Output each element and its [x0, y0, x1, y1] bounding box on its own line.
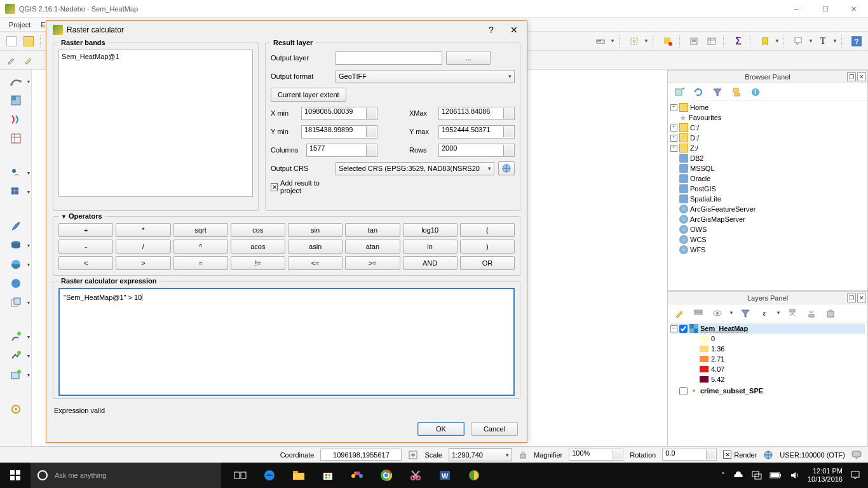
operator-button-[interactable]: / — [116, 240, 170, 254]
operator-button-[interactable]: != — [231, 256, 285, 270]
current-extent-button[interactable]: Current layer extent — [271, 88, 346, 102]
operator-button-[interactable]: > — [116, 256, 170, 270]
output-format-combo[interactable]: GeoTIFF — [336, 70, 515, 83]
operator-button-acos[interactable]: acos — [231, 240, 285, 254]
operator-button-[interactable]: ^ — [173, 240, 228, 254]
operator-button-sin[interactable]: sin — [288, 223, 342, 237]
operator-button-sqrt[interactable]: sqrt — [173, 223, 228, 237]
dialog-help-button[interactable]: ? — [485, 24, 498, 36]
crs-combo[interactable]: Selected CRS (EPSG:3529, NAD83(NSRS20 — [336, 162, 494, 175]
operator-button-[interactable]: - — [58, 240, 113, 254]
operator-button-[interactable]: >= — [345, 256, 400, 270]
dialog-close-button[interactable]: ✕ — [508, 24, 520, 36]
ymin-label: Y min — [271, 128, 297, 135]
columns-spinner[interactable]: 1577 — [306, 144, 377, 157]
xmax-label: XMax — [409, 109, 435, 117]
xmin-label: X min — [271, 109, 297, 117]
operator-button-[interactable]: < — [58, 256, 113, 270]
operator-button-OR[interactable]: OR — [460, 256, 515, 270]
operators-group: ▼ Operators +*sqrtcossintanlog10(-/^acos… — [53, 216, 520, 276]
xmax-spinner[interactable]: 1206113.84086 — [438, 107, 515, 120]
operator-button-[interactable]: = — [173, 256, 228, 270]
output-layer-label: Output layer — [271, 54, 332, 62]
operator-button-AND[interactable]: AND — [403, 256, 458, 270]
ymax-spinner[interactable]: 1952444.50371 — [438, 125, 515, 139]
raster-band-item[interactable]: Sem_HeatMap@1 — [62, 53, 250, 60]
dialog-cancel-button[interactable]: Cancel — [471, 422, 518, 436]
add-result-checkbox[interactable]: ✕Add result to project — [271, 179, 332, 194]
output-layer-input[interactable] — [336, 51, 442, 65]
expression-textarea[interactable]: "Sem_HeatMap@1" > 10 — [58, 288, 515, 396]
operator-button-[interactable]: + — [58, 223, 113, 237]
rows-spinner[interactable]: 2000 — [438, 144, 515, 157]
operator-button-ln[interactable]: ln — [403, 240, 458, 254]
dialog-app-icon — [53, 25, 63, 35]
operator-button-tan[interactable]: tan — [345, 223, 400, 237]
operator-button-log10[interactable]: log10 — [403, 223, 458, 237]
crs-select-button[interactable] — [498, 161, 515, 175]
operator-button-asin[interactable]: asin — [288, 240, 342, 254]
output-layer-browse-button[interactable]: ... — [446, 51, 491, 65]
dialog-title: Raster calculator — [67, 25, 124, 34]
result-layer-group: Result layer Output layer ... Output for… — [265, 43, 520, 211]
output-format-label: Output format — [271, 72, 332, 80]
raster-bands-group: Raster bands Sem_HeatMap@1 — [53, 43, 259, 211]
operator-button-[interactable]: <= — [288, 256, 342, 270]
operator-button-atan[interactable]: atan — [345, 240, 400, 254]
columns-label: Columns — [271, 146, 302, 154]
raster-bands-list[interactable]: Sem_HeatMap@1 — [58, 50, 253, 197]
xmin-spinner[interactable]: 1098085.00039 — [301, 107, 377, 120]
operator-button-[interactable]: * — [116, 223, 170, 237]
raster-calculator-dialog: Raster calculator ? ✕ Raster bands Sem_H… — [46, 20, 527, 443]
operator-button-[interactable]: ( — [460, 223, 515, 237]
operator-button-cos[interactable]: cos — [231, 223, 285, 237]
operator-button-[interactable]: ) — [460, 240, 515, 254]
expression-group: Raster calculator expression "Sem_HeatMa… — [53, 281, 520, 399]
crs-label: Output CRS — [271, 165, 332, 172]
ymin-spinner[interactable]: 1815438.99899 — [301, 125, 377, 139]
ymax-label: Y max — [409, 128, 435, 135]
rows-label: Rows — [409, 146, 435, 154]
dialog-ok-button[interactable]: OK — [417, 422, 465, 436]
expression-status: Expression valid — [53, 404, 520, 417]
